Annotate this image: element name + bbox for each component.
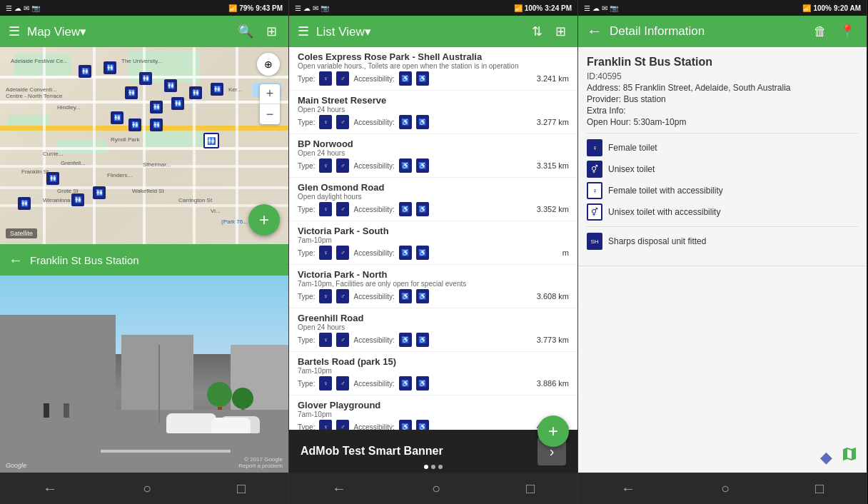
facility-icon-3: ⚥ [587,203,602,221]
acc-icon-female-8: ♿ [399,420,412,430]
admob-banner[interactable]: AdMob Test Smart Banner › [289,430,577,473]
item-name-8: Glover Playground [298,400,569,410]
recents-nav-button-3[interactable]: □ [801,475,838,503]
type-icon-male-8: ♂ [336,420,349,430]
type-icon-female-6: ♀ [319,333,332,347]
toilet-marker-6[interactable]: 🚻 [150,101,163,114]
filter-button[interactable]: ⇅ [529,21,545,42]
car-3 [211,418,251,433]
bottom-nav-2: ← ○ □ [289,473,577,504]
list-fab-button[interactable]: + [538,415,569,447]
list-item-3[interactable]: Glen Osmond Road Open daylight hours Typ… [289,178,577,221]
compass-button[interactable]: ⊕ [257,53,280,76]
detail-title: Detail Information [610,24,804,39]
home-nav-button-3[interactable]: ○ [707,475,744,503]
back-nav-button-2[interactable]: ← [318,475,360,503]
acc-label-1: Accessibility: [353,119,394,126]
item-hours-0: Open variable hours., Toilets are open w… [298,62,569,70]
map-label-festival: Adelaide Festival Ce... [11,58,68,64]
list-app-bar: ☰ List View▾ ⇅ ⊞ [289,16,577,47]
list-item-4[interactable]: Victoria Park - South 7am-10pm Type: ♀ ♂… [289,221,577,265]
acc-label-4: Accessibility: [353,249,394,257]
toilet-marker-13[interactable]: 🚻 [46,172,59,185]
detail-divider-2 [587,226,858,227]
cloud-icon-3: ☁ [592,4,600,12]
map-label-carrington: Carrington St [178,197,212,203]
map-fab-button[interactable]: + [248,204,280,236]
type-label-2: Type: [298,162,315,170]
layers-button[interactable]: ⊞ [263,21,280,42]
diamond-action-button[interactable]: ◆ [820,448,832,467]
delete-button[interactable]: 🗑 [811,21,829,42]
open-hour-value: 5:30am-10pm [633,117,686,127]
toilet-marker-3[interactable]: 🚻 [125,86,138,99]
status-bar-1: ☰ ☁ ✉ 📷 📶 79% 9:43 PM [0,0,288,16]
toilet-marker-10[interactable]: 🚻 [111,111,123,124]
battery-text-2: 100% [525,4,543,12]
admob-text: AdMob Test Smart Banner [301,445,538,458]
list-item-0[interactable]: Coles Express Rose Park - Shell Australi… [289,47,577,91]
toilet-marker-11[interactable]: 🚻 [128,119,141,131]
status-icons-left-2: ☰ ☁ ✉ 📷 [295,4,329,12]
toilet-marker-selected[interactable]: 🚻 [203,133,219,148]
acc-icon-female-1: ♿ [399,115,412,129]
recents-nav-button[interactable]: □ [223,475,260,503]
detail-divider-1 [587,133,858,133]
toilet-marker-7[interactable]: 🚻 [171,97,184,110]
toilet-marker-16[interactable]: 🚻 [18,197,31,210]
home-nav-button[interactable]: ○ [128,475,166,503]
admob-dot-1 [424,465,428,469]
back-button[interactable]: ← [9,252,23,268]
map-area[interactable]: Adelaide Festival Ce... Adelaide Convent… [0,47,288,244]
hamburger-icon-2[interactable]: ☰ [298,24,309,39]
toilet-marker-15[interactable]: 🚻 [71,193,84,206]
toilet-marker-8[interactable]: 🚻 [189,86,202,99]
battery-text: 79% [239,4,253,12]
item-name-0: Coles Express Rose Park - Shell Australi… [298,51,569,62]
map-view-title: Map View▾ [27,24,228,39]
layers-button-2[interactable]: ⊞ [552,21,569,42]
acc-icon-female-5: ♿ [399,289,412,303]
item-name-2: BP Norwood [298,138,569,149]
toilet-marker-2[interactable]: 🚻 [104,61,116,74]
home-nav-button-2[interactable]: ○ [418,475,455,503]
list-item-6[interactable]: Greenhill Road Open 24 hours Type: ♀ ♂ A… [289,308,577,352]
list-item-2[interactable]: BP Norwood Open 24 hours Type: ♀ ♂ Acces… [289,134,577,178]
list-item-5[interactable]: Victoria Park - North 7am-10pm, Faciliti… [289,265,577,308]
toilet-marker-4[interactable]: 🚻 [139,72,152,85]
acc-label-7: Accessibility: [353,380,394,388]
zoom-in-button[interactable]: + [260,84,280,104]
back-nav-button[interactable]: ← [29,475,71,503]
recents-nav-button-2[interactable]: □ [512,475,549,503]
toilet-marker-9[interactable]: 🚻 [211,83,223,96]
facility-label-0: Female toilet [608,143,657,153]
zoom-out-button[interactable]: − [260,104,280,124]
toilet-marker-12[interactable]: 🚻 [150,119,163,131]
satellite-label[interactable]: Satellite [6,228,37,238]
list-item-7[interactable]: Bartels Road (park 15) 7am-10pm Type: ♀ … [289,352,577,395]
toilet-marker-1[interactable]: 🚻 [79,65,91,78]
toilet-marker-5[interactable]: 🚻 [164,79,177,92]
station-hours: Open Hour: 5:30am-10pm [587,117,858,127]
maps-action-button[interactable] [841,445,858,467]
item-row-7: Type: ♀ ♂ Accessibility: ♿ ♿ 3.886 km [298,376,569,390]
list-item-8[interactable]: Glover Playground 7am-10pm Type: ♀ ♂ Acc… [289,395,577,430]
type-icon-female-1: ♀ [319,115,332,129]
hamburger-icon[interactable]: ☰ [9,24,20,39]
type-icon-male-2: ♂ [336,158,349,173]
wifi-icon-2: 📶 [514,4,523,12]
item-name-1: Main Street Reserve [298,95,569,106]
search-button[interactable]: 🔍 [235,21,256,42]
map-label-ker: Ker... [228,86,242,93]
building-mid [121,335,193,413]
back-nav-button-3[interactable]: ← [607,475,650,503]
cloud-icon: ☁ [14,4,21,12]
status-icons-left: ☰ ☁ ✉ 📷 [6,4,40,12]
pin-button[interactable]: 📍 [837,21,858,42]
report-problem[interactable]: Report a problem [238,463,283,469]
list-item-1[interactable]: Main Street Reserve Open 24 hours Type: … [289,91,577,134]
toilet-marker-14[interactable]: 🚻 [93,186,106,199]
road-marking [101,450,231,453]
camera-icon-2: 📷 [321,4,329,12]
detail-back-button[interactable]: ← [587,22,602,41]
